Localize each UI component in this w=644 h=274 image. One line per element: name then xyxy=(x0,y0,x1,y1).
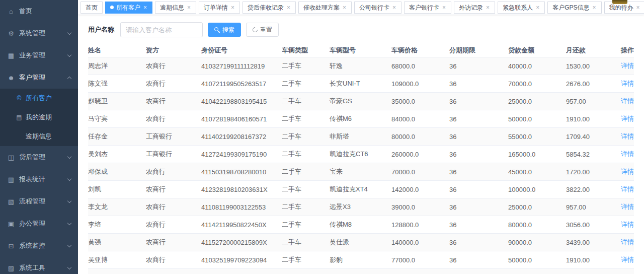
tab[interactable]: 公司银行卡 × xyxy=(354,2,401,14)
sidebar-item-home[interactable]: ⌂ 首页 xyxy=(0,0,78,22)
sidebar-item-process-management[interactable]: ▧ 流程管理 xyxy=(0,190,78,213)
search-button[interactable]: 搜索 xyxy=(208,23,241,37)
cell-funder: 农商行 xyxy=(146,114,201,123)
tab[interactable]: 订单详情 × xyxy=(199,2,240,14)
sidebar-item-system-management[interactable]: ⚙ 系统管理 xyxy=(0,22,78,44)
cell-id-number: 410422198803195415 xyxy=(201,98,282,105)
screen-icon: ⊡ xyxy=(7,243,15,249)
detail-link[interactable]: 详情 xyxy=(621,80,634,87)
cell-id-number: 411503198708280010 xyxy=(201,168,282,176)
sidebar-item-postloan-management[interactable]: ◫ 贷后管理 xyxy=(0,146,78,168)
close-icon[interactable]: × xyxy=(187,5,191,11)
cell-loan-amount: 165000.0 xyxy=(508,151,566,158)
chevron-down-icon xyxy=(67,265,71,269)
cell-term: 36 xyxy=(449,256,508,264)
refresh-icon xyxy=(252,26,259,33)
tab[interactable]: 客户银行卡 × xyxy=(404,2,451,14)
detail-link[interactable]: 详情 xyxy=(621,132,634,140)
column-header: 身份证号 xyxy=(201,46,282,55)
tab[interactable]: 催收处理方案 × xyxy=(298,2,352,14)
tab[interactable]: 外访记录 × xyxy=(454,2,495,14)
detail-link[interactable]: 详情 xyxy=(621,185,634,193)
sidebar-item-overdue-info[interactable]: 逾期信息 xyxy=(0,127,78,146)
table-row: 吴亚博 农商行 410325199709223094 二手车 影豹 77000.… xyxy=(88,251,634,269)
tab-label: 催收处理方案 xyxy=(303,5,340,11)
sidebar-item-system-monitoring[interactable]: ⊡ 系统监控 xyxy=(0,235,78,257)
cell-monthly-payment: 1910.00 xyxy=(566,256,616,264)
close-icon[interactable]: × xyxy=(286,5,291,11)
cell-monthly-payment: 1530.00 xyxy=(566,62,616,70)
tab-bar: 首页 所有客户 × 逾期信息 × 订单详情 × xyxy=(78,0,644,15)
cell-vehicle-type: 二手车 xyxy=(282,238,330,247)
table-row: 马守宾 农商行 410728198406160571 二手车 传祺M6 8400… xyxy=(88,110,634,128)
tab[interactable]: 紧急联系人 × xyxy=(498,2,545,14)
cell-loan-amount: 50000.0 xyxy=(508,115,566,123)
detail-link[interactable]: 详情 xyxy=(621,238,634,246)
cell-monthly-payment: 2676.00 xyxy=(566,80,616,88)
close-icon[interactable]: × xyxy=(486,5,490,11)
sidebar-item-customer-management[interactable]: ☻ 客户管理 xyxy=(0,66,78,89)
cell-vehicle-type: 二手车 xyxy=(282,61,330,71)
close-icon[interactable]: × xyxy=(442,5,446,11)
sidebar-item-label: 逾期信息 xyxy=(26,132,52,141)
close-icon[interactable]: × xyxy=(392,5,396,11)
home-icon: ⌂ xyxy=(7,8,15,15)
sidebar-item-label: 贷后管理 xyxy=(19,153,68,162)
cell-vehicle-price: 39000.0 xyxy=(391,203,449,211)
cell-name: 陈文强 xyxy=(88,79,146,88)
tab-label: 所有客户 xyxy=(116,5,140,11)
cell-monthly-payment: 3439.00 xyxy=(566,239,616,246)
cell-id-number: 410728198406160571 xyxy=(201,115,282,123)
close-icon[interactable]: × xyxy=(636,5,640,11)
cell-vehicle-price: 109000.0 xyxy=(391,80,449,88)
cell-loan-amount: 40000.0 xyxy=(508,62,566,70)
reset-button[interactable]: 重置 xyxy=(246,23,279,37)
cell-name: 吴亚博 xyxy=(88,255,146,264)
sidebar-item-all-customers[interactable]: © 所有客户 xyxy=(0,89,78,108)
avatar[interactable] xyxy=(612,0,627,4)
detail-link[interactable]: 详情 xyxy=(621,256,634,263)
sidebar-item-label: 我的逾期 xyxy=(26,113,52,122)
cell-vehicle-type: 二手车 xyxy=(282,79,330,88)
table-row: 李文龙 农商行 411081199003122553 二手车 远景X3 3900… xyxy=(88,198,634,216)
close-icon[interactable]: × xyxy=(230,5,235,11)
detail-link[interactable]: 详情 xyxy=(621,150,634,158)
sidebar-item-business-management[interactable]: ▦ 业务管理 xyxy=(0,44,78,66)
cell-vehicle-type: 二手车 xyxy=(282,132,330,141)
cell-id-number: 410327199111112819 xyxy=(201,62,282,70)
table-row: 任存金 工商银行 411402199208167372 二手车 菲斯塔 8000… xyxy=(88,128,634,146)
chevron-down-icon xyxy=(67,30,71,34)
cell-vehicle-price: 35000.0 xyxy=(391,98,449,105)
sidebar-item-label: 办公管理 xyxy=(19,219,68,228)
tab[interactable]: 所有客户 × xyxy=(105,2,152,14)
cell-vehicle-type: 二手车 xyxy=(282,97,330,106)
column-header: 月还款 xyxy=(566,46,616,55)
tab-label: 贷后催收记录 xyxy=(248,5,284,11)
sidebar-item-office-management[interactable]: ▣ 办公管理 xyxy=(0,213,78,235)
detail-link[interactable]: 详情 xyxy=(621,97,634,105)
chevron-up-icon xyxy=(67,76,71,80)
sidebar-item-report-statistics[interactable]: ▥ 报表统计 xyxy=(0,168,78,190)
column-header: 资方 xyxy=(146,46,201,55)
close-icon[interactable]: × xyxy=(143,5,147,11)
detail-link[interactable]: 详情 xyxy=(621,221,634,228)
column-header: 贷款金额 xyxy=(508,46,566,55)
tab[interactable]: 逾期信息 × xyxy=(155,2,196,14)
sidebar-item-my-overdue[interactable]: ▤ 我的逾期 xyxy=(0,108,78,127)
detail-link[interactable]: 详情 xyxy=(621,115,634,122)
cell-monthly-payment: 5854.32 xyxy=(566,151,616,158)
table-row: 周志洋 农商行 410327199111112819 二手车 轩逸 68000.… xyxy=(88,57,634,75)
cell-loan-amount: 50000.0 xyxy=(508,256,566,264)
detail-link[interactable]: 详情 xyxy=(621,168,634,175)
customer-name-input[interactable] xyxy=(120,22,203,37)
close-icon[interactable]: × xyxy=(592,5,596,11)
tab[interactable]: 客户GPS信息 × xyxy=(547,2,601,14)
cell-monthly-payment: 957.00 xyxy=(566,203,616,211)
tab[interactable]: 贷后催收记录 × xyxy=(243,2,296,14)
detail-link[interactable]: 详情 xyxy=(621,62,634,70)
close-icon[interactable]: × xyxy=(342,5,347,11)
close-icon[interactable]: × xyxy=(535,5,540,11)
sidebar-item-system-tools[interactable]: ▨ 系统工具 xyxy=(0,257,78,274)
tab[interactable]: 首页 xyxy=(80,2,103,14)
detail-link[interactable]: 详情 xyxy=(621,203,634,211)
